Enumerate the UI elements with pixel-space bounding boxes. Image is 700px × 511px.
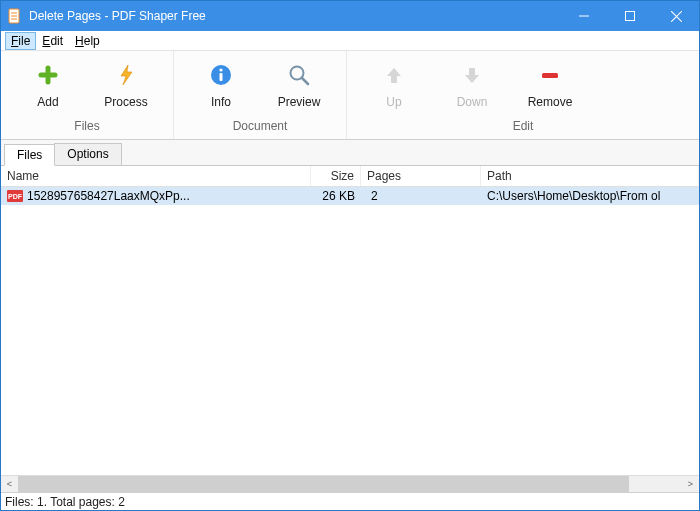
toolbar: Add Process Files Info bbox=[1, 51, 699, 140]
cell-size: 26 KB bbox=[311, 188, 361, 204]
arrow-up-icon bbox=[384, 61, 404, 89]
status-text: Files: 1. Total pages: 2 bbox=[5, 495, 125, 509]
pdf-icon: PDF bbox=[7, 190, 23, 202]
down-button[interactable]: Down bbox=[433, 57, 511, 115]
group-label-document: Document bbox=[174, 115, 346, 139]
lightning-icon bbox=[116, 61, 136, 89]
remove-button[interactable]: Remove bbox=[511, 57, 589, 115]
list-header: Name Size Pages Path bbox=[1, 166, 699, 187]
col-header-path[interactable]: Path bbox=[481, 166, 699, 186]
plus-icon bbox=[38, 61, 58, 89]
svg-point-6 bbox=[219, 68, 222, 71]
file-list: Name Size Pages Path PDF 1528957658427La… bbox=[1, 166, 699, 492]
window-title: Delete Pages - PDF Shaper Free bbox=[29, 9, 561, 23]
list-body[interactable]: PDF 1528957658427LaaxMQxPp... 26 KB 2 C:… bbox=[1, 187, 699, 475]
minimize-button[interactable] bbox=[561, 1, 607, 31]
cell-path: C:\Users\Home\Desktop\From ol bbox=[481, 188, 699, 204]
svg-rect-7 bbox=[220, 73, 223, 81]
svg-rect-10 bbox=[542, 73, 558, 78]
titlebar[interactable]: Delete Pages - PDF Shaper Free bbox=[1, 1, 699, 31]
info-button[interactable]: Info bbox=[182, 57, 260, 115]
minus-icon bbox=[540, 61, 560, 89]
col-header-name[interactable]: Name bbox=[1, 166, 311, 186]
group-label-files: Files bbox=[1, 115, 173, 139]
col-header-size[interactable]: Size bbox=[311, 166, 361, 186]
process-button[interactable]: Process bbox=[87, 57, 165, 115]
scroll-track[interactable] bbox=[18, 476, 682, 493]
info-icon bbox=[210, 61, 232, 89]
svg-line-9 bbox=[302, 78, 308, 84]
menu-file[interactable]: File bbox=[5, 32, 36, 50]
magnifier-icon bbox=[288, 61, 310, 89]
app-icon bbox=[7, 8, 23, 24]
scroll-thumb[interactable] bbox=[18, 476, 629, 493]
table-row[interactable]: PDF 1528957658427LaaxMQxPp... 26 KB 2 C:… bbox=[1, 187, 699, 205]
up-button[interactable]: Up bbox=[355, 57, 433, 115]
maximize-button[interactable] bbox=[607, 1, 653, 31]
arrow-down-icon bbox=[462, 61, 482, 89]
app-window: Delete Pages - PDF Shaper Free File Edit… bbox=[0, 0, 700, 511]
preview-button[interactable]: Preview bbox=[260, 57, 338, 115]
close-button[interactable] bbox=[653, 1, 699, 31]
menubar: File Edit Help bbox=[1, 31, 699, 51]
group-label-edit: Edit bbox=[347, 115, 699, 139]
horizontal-scrollbar[interactable]: < > bbox=[1, 475, 699, 492]
tab-options[interactable]: Options bbox=[54, 143, 121, 165]
statusbar: Files: 1. Total pages: 2 bbox=[1, 492, 699, 510]
menu-help[interactable]: Help bbox=[69, 32, 106, 50]
menu-edit[interactable]: Edit bbox=[36, 32, 69, 50]
add-button[interactable]: Add bbox=[9, 57, 87, 115]
tabstrip: Files Options bbox=[1, 140, 699, 166]
scroll-right-button[interactable]: > bbox=[682, 476, 699, 493]
cell-name: 1528957658427LaaxMQxPp... bbox=[27, 189, 190, 203]
scroll-left-button[interactable]: < bbox=[1, 476, 18, 493]
cell-pages: 2 bbox=[361, 188, 481, 204]
tab-files[interactable]: Files bbox=[4, 144, 55, 166]
svg-rect-2 bbox=[626, 12, 635, 21]
col-header-pages[interactable]: Pages bbox=[361, 166, 481, 186]
